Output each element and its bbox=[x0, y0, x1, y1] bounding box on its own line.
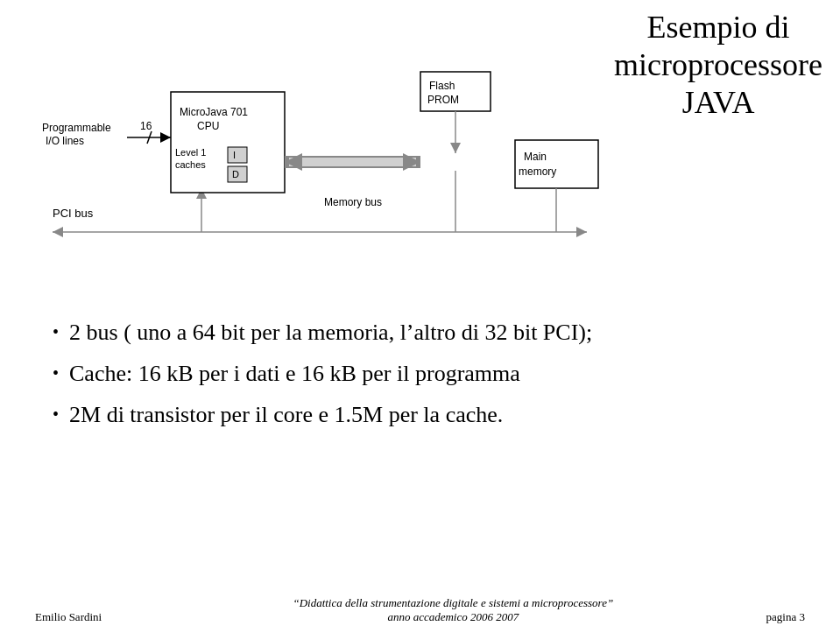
memory-bus-label: Memory bus bbox=[324, 196, 382, 208]
svg-marker-6 bbox=[160, 132, 171, 143]
content-area: • 2 bus ( uno a 64 bit per la memoria, l… bbox=[53, 315, 805, 439]
i-label: I bbox=[233, 150, 236, 160]
flash-label2: PROM bbox=[427, 94, 459, 106]
title-line3: JAVA bbox=[614, 84, 822, 122]
footer-description: “Didattica della strumentazione digitale… bbox=[140, 596, 766, 624]
diagram-svg: PCI bus Programmable I/O lines 16 MicroJ… bbox=[26, 18, 622, 289]
bullet-text-2: Cache: 16 kB per i dati e 16 kB per il p… bbox=[69, 356, 520, 390]
bullet-item-1: • 2 bus ( uno a 64 bit per la memoria, l… bbox=[53, 315, 805, 349]
cache-label1: Level 1 bbox=[175, 147, 206, 158]
title-line1: Esempio di bbox=[614, 9, 822, 46]
cache-label2: caches bbox=[175, 159, 206, 170]
footer: Emilio Sardini “Didattica della strument… bbox=[0, 596, 840, 624]
i-box bbox=[228, 147, 247, 163]
d-label: D bbox=[232, 169, 239, 179]
svg-marker-2 bbox=[576, 227, 587, 237]
title-line2: microprocessore bbox=[614, 46, 822, 84]
bullet-dot-2: • bbox=[53, 360, 59, 386]
svg-marker-1 bbox=[53, 227, 63, 237]
num-16-label: 16 bbox=[140, 120, 152, 132]
pci-bus-label: PCI bus bbox=[53, 207, 94, 220]
prog-io-label2: I/O lines bbox=[46, 135, 84, 147]
main-memory-box bbox=[515, 140, 598, 188]
cpu-label1: MicroJava 701 bbox=[180, 106, 248, 118]
footer-desc-line2: anno accademico 2006 2007 bbox=[140, 610, 766, 624]
flash-label1: Flash bbox=[429, 80, 455, 92]
bullet-dot-1: • bbox=[53, 319, 59, 345]
slide-title: Esempio di microprocessore JAVA bbox=[614, 9, 822, 123]
bullet-dot-3: • bbox=[53, 401, 59, 427]
footer-desc-line1: “Didattica della strumentazione digitale… bbox=[140, 596, 766, 610]
bullet-text-3: 2M di transistor per il core e 1.5M per … bbox=[69, 397, 503, 432]
main-memory-label1: Main bbox=[524, 151, 547, 163]
bullet-item-3: • 2M di transistor per il core e 1.5M pe… bbox=[53, 397, 805, 432]
main-memory-label2: memory bbox=[519, 165, 556, 178]
cpu-label2: CPU bbox=[197, 120, 219, 132]
footer-author: Emilio Sardini bbox=[35, 610, 140, 624]
bullet-text-1: 2 bus ( uno a 64 bit per la memoria, l’a… bbox=[69, 315, 592, 349]
footer-page: pagina 3 bbox=[766, 610, 805, 624]
prog-io-label: Programmable bbox=[42, 122, 111, 134]
architecture-diagram: PCI bus Programmable I/O lines 16 MicroJ… bbox=[26, 18, 622, 289]
bullet-item-2: • Cache: 16 kB per i dati e 16 kB per il… bbox=[53, 356, 805, 390]
svg-marker-9 bbox=[450, 143, 461, 153]
